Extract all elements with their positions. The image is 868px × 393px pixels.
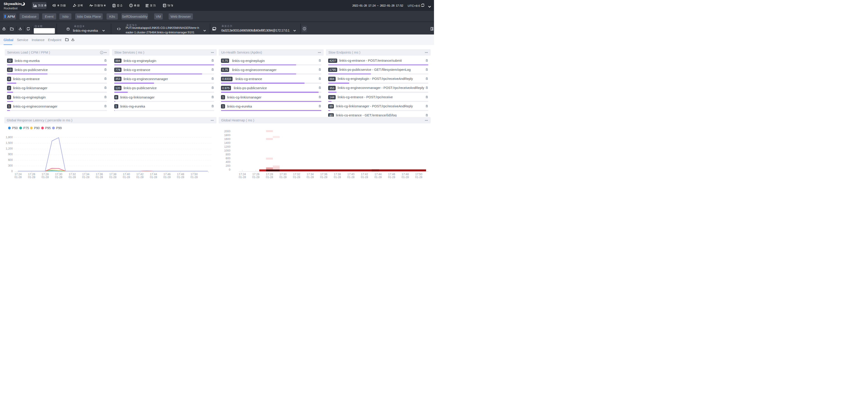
svg-text:1400: 1400 <box>224 141 230 144</box>
svg-text:01-28: 01-28 <box>293 176 300 179</box>
svg-text:01-28: 01-28 <box>307 176 314 179</box>
svg-text:17:28: 17:28 <box>266 173 273 176</box>
svg-text:600: 600 <box>8 158 13 162</box>
svg-text:01-28: 01-28 <box>279 176 287 179</box>
svg-text:1800: 1800 <box>224 134 230 137</box>
svg-text:17:44: 17:44 <box>150 173 157 176</box>
svg-text:01-28: 01-28 <box>163 176 170 179</box>
svg-text:900: 900 <box>8 153 13 156</box>
svg-text:01-28: 01-28 <box>41 176 49 179</box>
svg-text:17:38: 17:38 <box>334 173 341 176</box>
svg-text:17:36: 17:36 <box>96 173 103 176</box>
svg-text:17:30: 17:30 <box>279 173 286 176</box>
svg-text:01-28: 01-28 <box>150 176 157 179</box>
svg-text:200: 200 <box>226 164 230 167</box>
svg-text:17:46: 17:46 <box>163 173 170 176</box>
svg-text:17:46: 17:46 <box>388 173 395 176</box>
svg-text:0: 0 <box>11 170 13 173</box>
svg-text:01-28: 01-28 <box>415 176 423 179</box>
svg-text:17:32: 17:32 <box>293 173 300 176</box>
svg-text:01-28: 01-28 <box>177 176 184 179</box>
svg-text:01-28: 01-28 <box>347 176 354 179</box>
svg-text:2000: 2000 <box>224 130 230 133</box>
svg-text:17:38: 17:38 <box>109 173 116 176</box>
svg-text:01-28: 01-28 <box>361 176 368 179</box>
svg-text:1000: 1000 <box>224 149 230 152</box>
svg-text:400: 400 <box>226 161 230 164</box>
svg-text:17:24: 17:24 <box>239 173 246 176</box>
svg-text:01-28: 01-28 <box>123 176 130 179</box>
svg-text:1,200: 1,200 <box>6 147 13 150</box>
svg-text:17:50: 17:50 <box>415 173 422 176</box>
svg-text:01-28: 01-28 <box>109 176 117 179</box>
svg-text:01-28: 01-28 <box>55 176 62 179</box>
svg-text:17:50: 17:50 <box>191 173 197 176</box>
svg-text:01-28: 01-28 <box>82 176 90 179</box>
svg-text:17:40: 17:40 <box>123 173 130 176</box>
svg-text:01-28: 01-28 <box>69 176 76 179</box>
svg-text:800: 800 <box>226 153 230 156</box>
svg-text:01-28: 01-28 <box>191 176 198 179</box>
svg-text:17:40: 17:40 <box>347 173 354 176</box>
svg-text:17:24: 17:24 <box>14 173 22 176</box>
svg-text:1,800: 1,800 <box>6 136 13 139</box>
svg-text:17:34: 17:34 <box>82 173 89 176</box>
svg-text:300: 300 <box>8 164 13 167</box>
svg-text:01-28: 01-28 <box>320 176 328 179</box>
svg-text:01-28: 01-28 <box>14 176 22 179</box>
svg-text:17:42: 17:42 <box>361 173 368 176</box>
svg-text:01-28: 01-28 <box>96 176 103 179</box>
svg-text:17:48: 17:48 <box>402 173 409 176</box>
svg-text:17:36: 17:36 <box>320 173 327 176</box>
svg-text:1200: 1200 <box>224 145 230 148</box>
svg-text:01-28: 01-28 <box>28 176 35 179</box>
svg-text:01-28: 01-28 <box>388 176 395 179</box>
svg-text:17:28: 17:28 <box>42 173 49 176</box>
svg-text:01-28: 01-28 <box>252 176 259 179</box>
svg-text:01-28: 01-28 <box>239 176 246 179</box>
svg-text:0: 0 <box>229 168 230 171</box>
svg-text:01-28: 01-28 <box>136 176 144 179</box>
svg-text:17:32: 17:32 <box>69 173 76 176</box>
svg-text:17:34: 17:34 <box>307 173 314 176</box>
svg-text:1600: 1600 <box>224 138 230 141</box>
svg-text:01-28: 01-28 <box>374 176 382 179</box>
svg-text:01-28: 01-28 <box>334 176 341 179</box>
svg-text:17:44: 17:44 <box>375 173 382 176</box>
svg-text:01-28: 01-28 <box>402 176 409 179</box>
svg-text:17:26: 17:26 <box>252 173 259 176</box>
svg-text:17:42: 17:42 <box>136 173 144 176</box>
svg-text:17:30: 17:30 <box>55 173 62 176</box>
svg-text:01-28: 01-28 <box>266 176 273 179</box>
svg-text:1,500: 1,500 <box>6 141 13 144</box>
svg-text:600: 600 <box>226 157 230 160</box>
svg-text:17:26: 17:26 <box>28 173 35 176</box>
svg-text:17:48: 17:48 <box>177 173 184 176</box>
